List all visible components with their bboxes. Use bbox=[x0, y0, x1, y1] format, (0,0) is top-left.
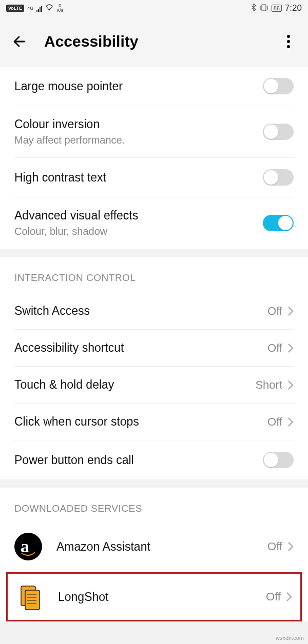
app-bar: Accessibility bbox=[0, 16, 308, 67]
visual-settings-section: Large mouse pointer Colour inversion May… bbox=[0, 67, 308, 249]
setting-value: Off bbox=[267, 341, 282, 355]
switch-access-row[interactable]: Switch Access Off bbox=[0, 293, 308, 329]
signal-icon bbox=[36, 5, 42, 12]
chevron-right-icon bbox=[287, 541, 294, 552]
large-mouse-toggle[interactable] bbox=[263, 78, 294, 94]
downloaded-services-section: DOWNLOADED SERVICES a Amazon Assistant O… bbox=[0, 488, 308, 621]
speed-indicator: 0 K/s bbox=[56, 4, 63, 13]
setting-label: High contrast text bbox=[14, 171, 106, 185]
network-indicator: 4G bbox=[27, 6, 33, 11]
setting-label: Power button ends call bbox=[14, 453, 134, 467]
svg-point-0 bbox=[49, 9, 50, 10]
setting-value: Off bbox=[267, 305, 282, 318]
section-header: DOWNLOADED SERVICES bbox=[0, 488, 308, 524]
longshot-highlight: LongShot Off bbox=[6, 572, 302, 621]
service-label: Amazon Assistant bbox=[56, 540, 150, 554]
status-right: 86 7:20 bbox=[251, 3, 302, 13]
wifi-icon bbox=[45, 4, 53, 12]
large-mouse-pointer-row[interactable]: Large mouse pointer bbox=[0, 67, 308, 106]
svg-rect-1 bbox=[262, 5, 266, 11]
amazon-icon: a bbox=[14, 533, 42, 560]
high-contrast-row[interactable]: High contrast text bbox=[0, 158, 308, 197]
overflow-menu-button[interactable] bbox=[279, 32, 298, 51]
colour-inversion-row[interactable]: Colour inversion May affect performance. bbox=[0, 106, 308, 157]
colour-inversion-toggle[interactable] bbox=[263, 124, 294, 140]
high-contrast-toggle[interactable] bbox=[263, 169, 294, 186]
service-value: Off bbox=[267, 540, 282, 553]
setting-desc: May affect performance. bbox=[14, 134, 125, 146]
status-bar: VoLTE 4G 0 K/s 86 7:20 bbox=[0, 0, 308, 16]
back-button[interactable] bbox=[10, 32, 29, 51]
power-ends-call-toggle[interactable] bbox=[263, 452, 294, 468]
chevron-right-icon bbox=[287, 380, 294, 390]
click-when-cursor-stops-row[interactable]: Click when cursor stops Off bbox=[0, 404, 308, 440]
longshot-icon bbox=[16, 583, 44, 611]
setting-value: Off bbox=[267, 415, 282, 429]
more-vert-icon bbox=[286, 34, 291, 49]
bluetooth-icon bbox=[251, 4, 256, 13]
page-title: Accessibility bbox=[44, 33, 138, 50]
chevron-right-icon bbox=[286, 592, 292, 602]
volte-badge: VoLTE bbox=[6, 5, 24, 12]
chevron-right-icon bbox=[287, 343, 294, 353]
status-left: VoLTE 4G 0 K/s bbox=[6, 4, 63, 13]
setting-label: Switch Access bbox=[14, 304, 90, 318]
vibrate-icon bbox=[259, 4, 268, 13]
svg-rect-8 bbox=[25, 590, 40, 610]
setting-value: Short bbox=[255, 378, 282, 392]
accessibility-shortcut-row[interactable]: Accessibility shortcut Off bbox=[0, 330, 308, 366]
advanced-visual-toggle[interactable] bbox=[263, 215, 294, 231]
interaction-control-section: INTERACTION CONTROL Switch Access Off Ac… bbox=[0, 257, 308, 479]
amazon-assistant-row[interactable]: a Amazon Assistant Off bbox=[0, 524, 308, 570]
section-header: INTERACTION CONTROL bbox=[0, 257, 308, 293]
setting-label: Large mouse pointer bbox=[14, 79, 123, 93]
setting-label: Colour inversion bbox=[14, 117, 125, 131]
watermark: wsxdn.com bbox=[276, 635, 304, 641]
clock: 7:20 bbox=[285, 3, 302, 13]
battery-indicator: 86 bbox=[272, 5, 282, 12]
advanced-visual-effects-row[interactable]: Advanced visual effects Colour, blur, sh… bbox=[0, 197, 308, 249]
setting-label: Click when cursor stops bbox=[14, 415, 139, 429]
setting-label: Advanced visual effects bbox=[14, 209, 138, 223]
power-button-ends-call-row[interactable]: Power button ends call bbox=[0, 440, 308, 479]
chevron-right-icon bbox=[287, 306, 294, 316]
divider bbox=[14, 570, 294, 570]
setting-desc: Colour, blur, shadow bbox=[14, 226, 138, 237]
svg-point-4 bbox=[287, 35, 290, 38]
setting-label: Accessibility shortcut bbox=[14, 341, 124, 355]
service-label: LongShot bbox=[58, 590, 108, 604]
service-value: Off bbox=[266, 590, 281, 603]
chevron-right-icon bbox=[287, 417, 294, 427]
setting-label: Touch & hold delay bbox=[14, 378, 114, 392]
touch-hold-delay-row[interactable]: Touch & hold delay Short bbox=[0, 367, 308, 403]
arrow-left-icon bbox=[12, 34, 27, 49]
longshot-row[interactable]: LongShot Off bbox=[8, 574, 300, 620]
svg-point-5 bbox=[287, 40, 290, 43]
svg-point-6 bbox=[287, 45, 290, 48]
